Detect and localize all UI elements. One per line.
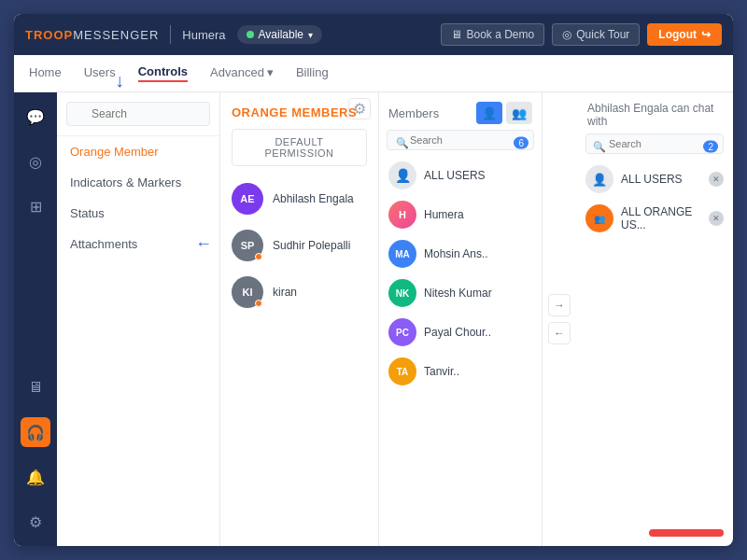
chat-header: Abhilash Engala can chat with xyxy=(576,92,733,133)
menu-item-indicators[interactable]: Indicators & Markers xyxy=(57,167,219,198)
nav-controls[interactable]: Controls xyxy=(138,64,188,82)
logo-area: TROOPMESSENGER xyxy=(25,28,159,42)
member-item[interactable]: KI kiran xyxy=(220,269,378,315)
chat-footer xyxy=(576,520,733,546)
sidebar-icon-monitor[interactable]: 🖥 xyxy=(21,372,50,402)
sidebar-icon-explore[interactable]: ◎ xyxy=(21,147,50,176)
online-dot xyxy=(255,300,262,307)
chevron-icon: ▾ xyxy=(267,65,274,79)
members-count: 6 xyxy=(514,137,529,149)
online-dot xyxy=(255,253,262,260)
chat-search-icon: 🔍 xyxy=(593,141,606,153)
list-item[interactable]: MA Mohsin Ans.. xyxy=(379,234,542,273)
sidebar-icon-headset[interactable]: 🎧 xyxy=(21,417,50,447)
avatar: AE xyxy=(232,183,263,215)
list-item[interactable]: H Humera xyxy=(379,195,542,234)
avatar: 👥 xyxy=(585,204,613,232)
remove-button[interactable]: ✕ xyxy=(709,172,724,187)
chevron-down-icon: ▾ xyxy=(308,30,313,40)
list-item[interactable]: TA Tanvir.. xyxy=(379,352,542,391)
book-demo-button[interactable]: 🖥 Book a Demo xyxy=(441,23,545,46)
logout-button[interactable]: Logout ↪ xyxy=(647,23,722,46)
logout-icon: ↪ xyxy=(701,28,711,41)
list-item[interactable]: 👤 ALL USERS xyxy=(379,156,542,195)
default-permission-button[interactable]: DEFAULT PERMISSION xyxy=(232,129,367,166)
logo-text: TROOPMESSENGER xyxy=(25,28,159,42)
menu-list: Orange Member Indicators & Markers Statu… xyxy=(57,136,219,259)
members-tabs: 👤 👥 xyxy=(476,102,532,124)
members-tab-groups[interactable]: 👥 xyxy=(506,102,532,124)
avatar: PC xyxy=(388,318,416,346)
menu-item-attachments[interactable]: Attachments xyxy=(57,229,219,259)
members-title: Members xyxy=(388,106,439,120)
search-input[interactable] xyxy=(66,102,210,126)
app-container: TROOPMESSENGER Humera Available ▾ 🖥 Book… xyxy=(14,14,733,546)
chat-list-item[interactable]: 👤 ALL USERS ✕ xyxy=(576,160,733,199)
member-list-name: Payal Chour.. xyxy=(424,326,491,339)
menu-item-status[interactable]: Status xyxy=(57,198,219,229)
members-tab-users[interactable]: 👤 xyxy=(476,102,502,124)
red-button[interactable] xyxy=(649,529,724,537)
member-item[interactable]: SP Sudhir Polepalli xyxy=(220,222,378,269)
top-bar: TROOPMESSENGER Humera Available ▾ 🖥 Book… xyxy=(14,14,733,55)
list-item[interactable]: PC Payal Chour.. xyxy=(379,313,542,352)
member-name: Abhilash Engala xyxy=(273,192,354,205)
content-area: ORANGE MEMBERS ⚙ DEFAULT PERMISSION AE A… xyxy=(220,92,733,546)
orange-title: ORANGE MEMBERS xyxy=(232,105,357,119)
nav-users[interactable]: Users xyxy=(84,65,116,81)
nav-home[interactable]: Home xyxy=(29,65,62,81)
remove-button[interactable]: ✕ xyxy=(709,211,724,226)
orange-member-list: AE Abhilash Engala SP Sudhir Polepalli xyxy=(220,175,378,546)
avatar: MA xyxy=(388,240,416,268)
member-list-name: Mohsin Ans.. xyxy=(424,247,488,260)
member-list-name: ALL USERS xyxy=(424,169,486,182)
menu-item-orange-member[interactable]: Orange Member xyxy=(57,136,219,167)
main-area: 💬 ◎ ⊞ 🖥 🎧 🔔 ⚙ 🔍 Orange Member Indicators… xyxy=(14,92,733,546)
nav-advanced[interactable]: Advanced ▾ xyxy=(210,65,274,81)
member-list-name: Humera xyxy=(424,208,464,221)
topbar-username: Humera xyxy=(182,28,225,42)
quick-tour-button[interactable]: ◎ Quick Tour xyxy=(552,23,640,46)
nav-billing[interactable]: Billing xyxy=(296,65,329,81)
chat-section: Abhilash Engala can chat with 🔍 2 👤 ALL … xyxy=(576,92,733,546)
chat-item-name: ALL ORANGE US... xyxy=(621,205,701,231)
member-list-name: Nitesh Kumar xyxy=(424,287,492,300)
avatar: 👤 xyxy=(585,165,613,193)
orange-panel: ORANGE MEMBERS ⚙ DEFAULT PERMISSION AE A… xyxy=(220,92,379,546)
chat-list: 👤 ALL USERS ✕ 👥 ALL ORANGE US... ✕ xyxy=(576,160,733,520)
members-header: Members 👤 👥 xyxy=(379,92,542,130)
members-list: 👤 ALL USERS H Humera MA Mohsin Ans.. xyxy=(379,156,542,546)
orange-settings-icon[interactable]: ⚙ xyxy=(348,100,371,118)
logo-messenger: MESSENGER xyxy=(73,28,159,42)
sidebar-icon-chat[interactable]: 💬 xyxy=(21,102,50,132)
list-item[interactable]: NK Nitesh Kumar xyxy=(379,273,542,313)
icon-sidebar: 💬 ◎ ⊞ 🖥 🎧 🔔 ⚙ xyxy=(14,92,57,546)
status-badge[interactable]: Available ▾ xyxy=(237,25,322,44)
member-name: kiran xyxy=(273,286,297,299)
sidebar-icon-settings[interactable]: ⚙ xyxy=(21,507,50,537)
member-item[interactable]: AE Abhilash Engala xyxy=(220,175,378,222)
avatar: SP xyxy=(232,230,263,261)
sidebar-icon-grid[interactable]: ⊞ xyxy=(21,191,50,221)
chat-list-item[interactable]: 👥 ALL ORANGE US... ✕ xyxy=(576,199,733,238)
status-label: Available xyxy=(259,28,303,41)
search-wrap: 🔍 xyxy=(66,102,210,126)
avatar: 👤 xyxy=(388,161,416,189)
search-box: 🔍 xyxy=(57,92,219,136)
member-name: Sudhir Polepalli xyxy=(273,239,350,252)
chat-search-wrap: 🔍 2 xyxy=(576,133,733,160)
sidebar-icon-bell[interactable]: 🔔 xyxy=(21,462,50,492)
member-list-name: Tanvir.. xyxy=(424,365,459,378)
left-panel: 🔍 Orange Member Indicators & Markers Sta… xyxy=(57,92,220,546)
icon-sidebar-bottom: 🖥 🎧 🔔 ⚙ xyxy=(21,372,50,537)
annotation-arrow-down: ↓ xyxy=(115,70,124,91)
monitor-icon: 🖥 xyxy=(451,28,462,41)
members-search-icon: 🔍 xyxy=(396,137,409,149)
arrow-right-button[interactable]: → xyxy=(548,294,571,316)
topbar-divider xyxy=(170,25,171,44)
arrow-buttons: → ← xyxy=(543,92,576,546)
arrow-left-button[interactable]: ← xyxy=(548,322,571,344)
avatar: KI xyxy=(232,276,263,308)
nav-bar: Home Users Controls Advanced ▾ Billing ↓ xyxy=(14,55,733,92)
chat-item-name: ALL USERS xyxy=(621,173,701,186)
